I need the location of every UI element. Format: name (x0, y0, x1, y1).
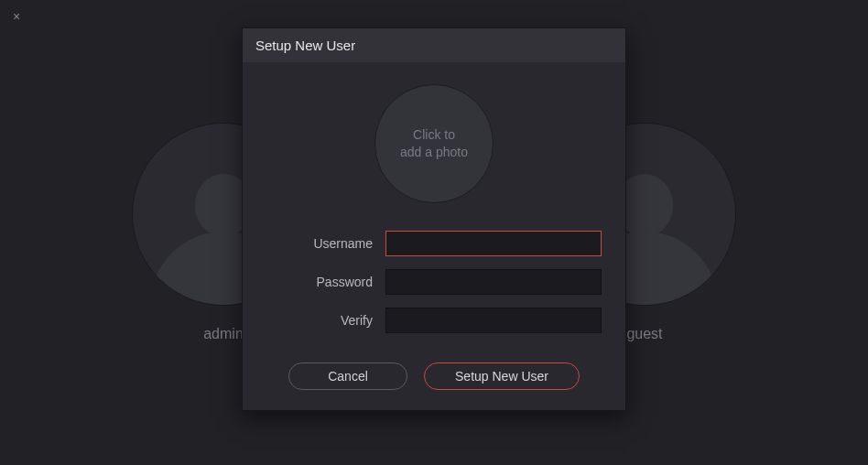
setup-new-user-button[interactable]: Setup New User (424, 362, 580, 390)
dialog-body: Click to add a photo Username Password V… (243, 62, 625, 410)
password-row: Password (266, 269, 602, 295)
username-input[interactable] (385, 231, 602, 256)
password-input[interactable] (385, 269, 602, 295)
verify-row: Verify (266, 308, 602, 333)
user-label: admin (203, 326, 244, 342)
user-label: guest (626, 326, 662, 342)
cancel-button[interactable]: Cancel (288, 362, 407, 390)
verify-input[interactable] (385, 308, 602, 333)
setup-new-user-dialog: Setup New User Click to add a photo User… (242, 27, 626, 411)
dialog-title: Setup New User (243, 28, 625, 62)
photo-row: Click to add a photo (266, 84, 602, 203)
username-row: Username (266, 231, 602, 256)
username-label: Username (266, 236, 385, 251)
password-label: Password (266, 275, 385, 289)
dialog-button-row: Cancel Setup New User (266, 362, 602, 390)
verify-label: Verify (266, 313, 385, 328)
add-photo-label: Click to add a photo (400, 126, 468, 161)
add-photo-button[interactable]: Click to add a photo (374, 84, 494, 203)
